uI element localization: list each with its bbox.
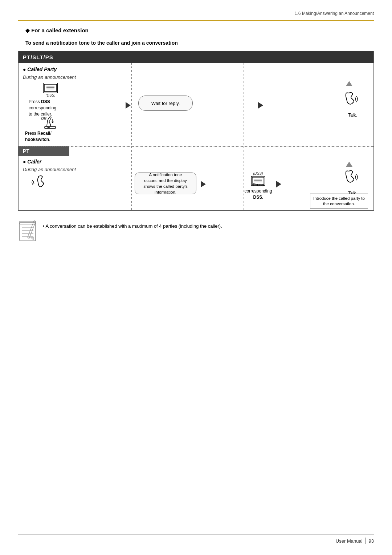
dss-small-label: (DSS) bbox=[29, 93, 72, 97]
footer-label: User Manual bbox=[336, 538, 363, 544]
handset-icon bbox=[42, 116, 59, 129]
called-party-label: Called Party bbox=[23, 66, 57, 72]
footer-page-number: 93 bbox=[369, 538, 374, 544]
footer: User Manual 93 bbox=[18, 534, 374, 544]
arrow-to-talk-caller bbox=[276, 181, 281, 189]
pt-bar: PT bbox=[19, 146, 69, 156]
talk-phone-svg-2 bbox=[343, 168, 363, 188]
footer-divider bbox=[366, 538, 366, 544]
talk-phone-svg-1 bbox=[343, 90, 363, 110]
note-icon bbox=[18, 220, 37, 242]
press-corresponding-text: PresscorrespondingDSS. bbox=[243, 182, 274, 200]
introduce-text: Introduce the called party tothe convers… bbox=[313, 196, 365, 207]
note-section: A conversation can be established with a… bbox=[18, 220, 374, 242]
diagram-box: PT/SLT/PS Called Party During an announc… bbox=[18, 51, 374, 211]
talk-icon-called: Talk. bbox=[343, 90, 363, 118]
talk-icon-caller: Talk. bbox=[343, 168, 363, 196]
section-header: 1.6 Making/Answering an Announcement bbox=[295, 11, 374, 16]
notification-bubble: A notification toneoccurs, and the displ… bbox=[135, 173, 196, 194]
note-text: A conversation can be established with a… bbox=[43, 220, 222, 230]
page-title: For a called extension bbox=[25, 27, 89, 34]
dss-button-svg bbox=[44, 84, 57, 92]
arrow-to-wait bbox=[126, 102, 131, 110]
called-party-section: Called Party During an announcement (DSS… bbox=[19, 63, 373, 146]
v-line-2 bbox=[244, 63, 244, 212]
notepad-svg bbox=[18, 220, 37, 242]
dss-area-called: (DSS) Press DSScorrespondingto the calle… bbox=[29, 83, 72, 117]
caller-label: Caller bbox=[23, 159, 41, 165]
v-arrow-up-called bbox=[346, 81, 352, 87]
handset-recall-area: Press Recall/hookswitch. bbox=[25, 116, 76, 143]
introduce-box: Introduce the called party tothe convers… bbox=[310, 194, 368, 209]
during-announcement-label-2: During an announcement bbox=[23, 167, 76, 172]
header-divider bbox=[18, 20, 374, 21]
notification-text: A notification toneoccurs, and the displ… bbox=[143, 172, 188, 195]
during-announcement-label-1: During an announcement bbox=[23, 74, 76, 80]
page-subtitle: To send a notification tone to the calle… bbox=[25, 40, 178, 46]
wait-reply-bubble: Wait for reply. bbox=[138, 96, 193, 111]
arrow-to-dss-caller bbox=[201, 181, 206, 189]
dss-icon-1 bbox=[43, 83, 58, 93]
caller-section: PT Caller During an announcement A notif… bbox=[19, 146, 373, 211]
pt-bar-label: PT bbox=[23, 148, 29, 154]
arrow-to-talk bbox=[258, 102, 263, 110]
phone-ringing-area bbox=[31, 174, 49, 191]
svg-rect-0 bbox=[44, 84, 57, 92]
talk-label-called: Talk. bbox=[343, 113, 363, 118]
dss-caller-small-label: (DSS) bbox=[247, 171, 269, 175]
pt-slt-ps-label: PT/SLT/PS bbox=[23, 54, 53, 60]
section-title-text: 1.6 Making/Answering an Announcement bbox=[295, 11, 374, 16]
press-dss-text: Press DSScorrespondingto the caller. bbox=[29, 99, 72, 117]
v-arrow-up-caller bbox=[346, 162, 352, 168]
v-line-1 bbox=[131, 63, 132, 212]
pt-slt-ps-bar: PT/SLT/PS bbox=[19, 51, 373, 63]
footer-page-info: User Manual 93 bbox=[336, 538, 374, 544]
phone-ringing-svg bbox=[31, 174, 49, 190]
press-recall-text: Press Recall/hookswitch. bbox=[25, 130, 76, 143]
